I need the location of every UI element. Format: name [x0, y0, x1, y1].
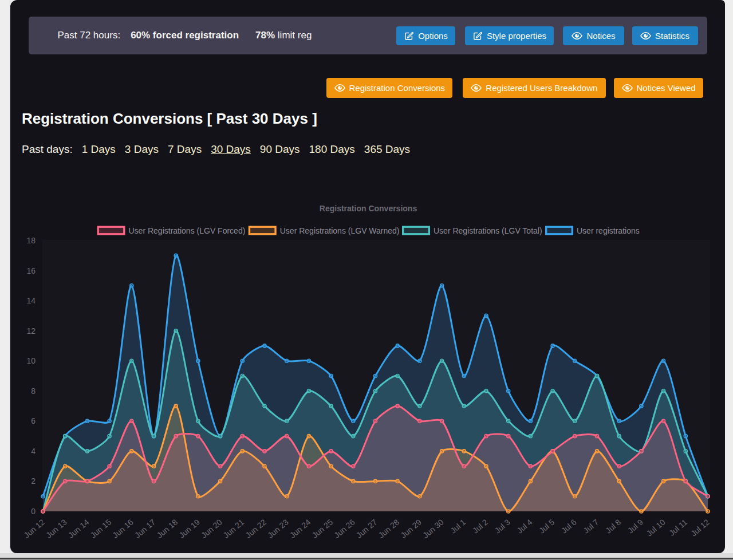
svg-text:14: 14: [26, 296, 36, 305]
svg-text:Jun 26: Jun 26: [332, 517, 357, 539]
svg-text:Jul 6: Jul 6: [559, 517, 578, 535]
svg-text:Jul 11: Jul 11: [667, 517, 689, 538]
svg-text:10: 10: [26, 356, 36, 365]
svg-text:Jun 29: Jun 29: [399, 517, 423, 539]
svg-text:Jul 2: Jul 2: [471, 517, 490, 535]
svg-text:6: 6: [31, 416, 36, 425]
svg-text:Jul 7: Jul 7: [581, 517, 600, 535]
svg-text:8: 8: [31, 387, 36, 396]
svg-text:Jun 15: Jun 15: [89, 517, 113, 539]
svg-text:Jun 14: Jun 14: [66, 517, 91, 539]
svg-text:18: 18: [26, 236, 36, 245]
svg-text:Jun 30: Jun 30: [421, 517, 446, 539]
svg-text:Jun 20: Jun 20: [199, 517, 224, 539]
svg-text:Jul 9: Jul 9: [626, 517, 645, 535]
svg-text:Jun 18: Jun 18: [155, 517, 180, 539]
svg-text:Jul 8: Jul 8: [604, 517, 622, 535]
svg-text:4: 4: [31, 447, 36, 456]
svg-text:12: 12: [26, 326, 36, 336]
svg-text:Jul 3: Jul 3: [493, 517, 512, 535]
svg-text:Jun 28: Jun 28: [377, 517, 401, 539]
svg-text:0: 0: [31, 507, 36, 516]
svg-text:Jun 23: Jun 23: [266, 517, 290, 539]
svg-text:16: 16: [26, 266, 36, 275]
svg-text:Jul 1: Jul 1: [448, 517, 467, 535]
svg-text:Jul 5: Jul 5: [537, 517, 556, 535]
svg-text:Jun 24: Jun 24: [288, 517, 313, 539]
svg-text:2: 2: [31, 476, 36, 486]
svg-text:Jun 12: Jun 12: [22, 517, 46, 539]
svg-text:User Registrations (LGV Forced: User Registrations (LGV Forced): [129, 226, 246, 235]
svg-text:Jun 22: Jun 22: [243, 517, 268, 539]
svg-text:Jul 4: Jul 4: [515, 517, 534, 535]
svg-text:Jul 10: Jul 10: [645, 517, 667, 538]
svg-text:User registrations: User registrations: [577, 226, 640, 235]
svg-text:Jul 12: Jul 12: [689, 517, 711, 538]
svg-text:Registration Conversions: Registration Conversions: [320, 204, 417, 213]
svg-text:Jun 25: Jun 25: [310, 517, 335, 539]
svg-text:User Registrations (LGV Warned: User Registrations (LGV Warned): [280, 226, 400, 235]
svg-text:Jun 21: Jun 21: [222, 517, 246, 539]
svg-text:Jun 17: Jun 17: [133, 517, 157, 539]
svg-text:Jun 16: Jun 16: [111, 517, 135, 539]
svg-text:Jun 27: Jun 27: [354, 517, 379, 539]
svg-text:Jun 13: Jun 13: [44, 517, 69, 539]
svg-text:User Registrations (LGV Total): User Registrations (LGV Total): [434, 226, 542, 235]
svg-text:Jun 19: Jun 19: [177, 517, 202, 539]
